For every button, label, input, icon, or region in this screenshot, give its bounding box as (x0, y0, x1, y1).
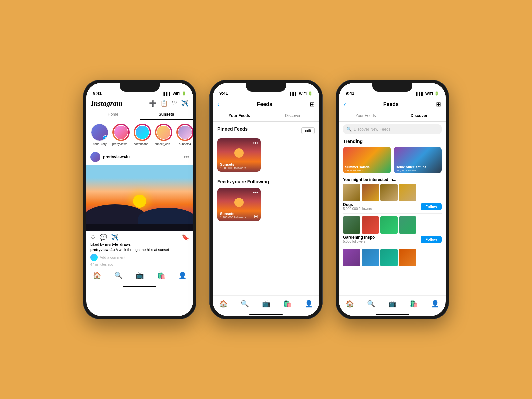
new-post-icon[interactable]: ➕ (149, 100, 156, 107)
office-label: Home office setups 500,000 followers (396, 165, 426, 172)
story-label-4: sunsets4 (179, 142, 191, 146)
nav-shop[interactable]: 🛍️ (157, 271, 165, 279)
phone3-battery: 🔋 (434, 91, 439, 96)
phone1-notch (120, 83, 160, 92)
story-item-3[interactable]: sunset_cen... (154, 124, 173, 146)
your-story-label: Your Story (93, 142, 107, 146)
nav-search[interactable]: 🔍 (114, 271, 123, 279)
comment-placeholder[interactable]: Add a comment... (100, 255, 128, 259)
phone2-status-icons: ▌▌▌ WiFi 🔋 (290, 91, 313, 96)
edit-button[interactable]: edit (301, 127, 315, 134)
salads-label: Summer salads 6,000 followers (345, 165, 370, 172)
story-item-4[interactable]: sunsets4 (176, 124, 193, 146)
posts-icon[interactable]: 📋 (160, 100, 168, 107)
story-ring-2 (134, 124, 151, 141)
trending-card-salads[interactable]: Summer salads 6,000 followers (343, 147, 391, 173)
your-story-item[interactable]: + Your Story (90, 124, 109, 146)
garden-img-3 (380, 216, 398, 234)
nav-reels[interactable]: 📺 (136, 271, 144, 279)
save-icon[interactable]: 🔖 (182, 234, 189, 241)
phone3-nav-home[interactable]: 🏠 (346, 300, 354, 308)
feeds-body: Pinned Feeds edit ••• Sunsets 1,200,000 … (213, 122, 319, 295)
story-item-2[interactable]: cottoncand... (133, 124, 152, 146)
pinned-feed-followers: 1,200,000 followers (220, 166, 246, 170)
wifi-icon: WiFi (173, 92, 180, 96)
pinned-feed-card[interactable]: ••• Sunsets 1,200,000 followers (217, 138, 261, 172)
discover-search-bar[interactable]: 🔍 Discover New Feeds (343, 124, 442, 134)
phone2-nav-profile[interactable]: 👤 (305, 300, 313, 308)
battery-icon: 🔋 (182, 91, 186, 96)
phone2-nav-shop[interactable]: 🛍️ (283, 300, 292, 308)
office-name: Home office setups (396, 165, 426, 169)
tab-your-feeds[interactable]: Your Feeds (213, 111, 266, 121)
share-icon[interactable]: ✈️ (111, 234, 118, 241)
phone2-signal: ▌▌▌ (290, 92, 297, 96)
post-liked-by: Liked by myrtyle_draws (86, 242, 193, 247)
extra-images (343, 249, 442, 266)
phone3-nav-search[interactable]: 🔍 (367, 300, 375, 308)
discover-body: Trending Summer salads 6,000 followers H… (339, 137, 446, 295)
phone2-battery: 🔋 (308, 91, 313, 96)
feeds-back-button[interactable]: ‹ (217, 100, 220, 108)
phone3-nav-shop[interactable]: 🛍️ (410, 300, 418, 308)
post-comment-add: Add a comment... (86, 253, 193, 262)
post-more-icon[interactable]: ••• (183, 154, 189, 160)
following-feed-card[interactable]: ••• Sunsets 1,200,000 followers ⊞ (217, 188, 261, 221)
phone3-signal: ▌▌▌ (416, 92, 424, 96)
following-card-more[interactable]: ••• (253, 190, 258, 195)
feeds-menu-icon[interactable]: ⊞ (310, 101, 315, 108)
tab-home[interactable]: Home (86, 109, 140, 120)
dog-img-3 (380, 184, 398, 201)
discover-back-button[interactable]: ‹ (344, 100, 346, 108)
post-header: prettyviews4u ••• (86, 149, 193, 165)
phone3-nav-reels[interactable]: 📺 (388, 300, 397, 308)
like-icon[interactable]: ♡ (90, 234, 96, 241)
notifications-icon[interactable]: ♡ (172, 100, 177, 107)
tab-your-feeds-3[interactable]: Your Feeds (339, 111, 392, 121)
story-item-1[interactable]: prettyviews... (112, 124, 130, 146)
feeds-tabs: Your Feeds Discover (213, 111, 319, 122)
dogs-row: Dogs 5,000,000 followers Follow (343, 202, 442, 211)
caption-username: prettyviews4u (90, 248, 115, 252)
tab-discover-3[interactable]: Discover (392, 111, 446, 121)
comment-icon[interactable]: 💬 (100, 234, 107, 241)
garden-info: Gardening Inspo 5,000 followers (343, 235, 375, 243)
messages-icon[interactable]: ✈️ (181, 100, 188, 107)
dog-img-4 (399, 184, 416, 201)
phone1-status-icons: ▌▌▌ WiFi 🔋 (163, 91, 186, 96)
extra-img-1 (343, 249, 360, 266)
feed-card-sun (234, 148, 244, 158)
phone2-nav-reels[interactable]: 📺 (262, 300, 270, 308)
dogs-followers: 5,000,000 followers (343, 207, 372, 211)
dogs-follow-button[interactable]: Follow (421, 203, 442, 210)
phone-1-instagram-home: 9:41 ▌▌▌ WiFi 🔋 Instagram ➕ 📋 ♡ ✈️ Home … (83, 80, 196, 319)
post-user-info: prettyviews4u (90, 152, 130, 162)
tab-sunsets[interactable]: Sunsets (140, 109, 193, 120)
search-icon: 🔍 (346, 127, 352, 132)
garden-img-2 (362, 216, 379, 234)
discover-menu-icon[interactable]: ⊞ (436, 101, 441, 108)
phone-2-feeds: 9:41 ▌▌▌ WiFi 🔋 ‹ Feeds ⊞ Your Feeds Dis… (209, 80, 323, 319)
phone3-wifi: WiFi (425, 92, 433, 96)
caption-text: A walk through the hills at sunset (116, 248, 169, 252)
nav-home[interactable]: 🏠 (93, 271, 101, 279)
feed-card-more[interactable]: ••• (253, 140, 258, 146)
phone3-bottom-nav: 🏠 🔍 📺 🛍️ 👤 (339, 295, 446, 313)
post-image (86, 165, 193, 231)
phone1-bottom-nav: 🏠 🔍 📺 🛍️ 👤 (86, 267, 193, 284)
phone2-nav-home[interactable]: 🏠 (219, 300, 228, 308)
extra-img-4 (399, 249, 416, 266)
liked-by-username: myrtyle_draws (105, 242, 131, 246)
phone2-nav-search[interactable]: 🔍 (241, 300, 249, 308)
story-label-3: sunset_cen... (155, 142, 173, 146)
post-username[interactable]: prettyviews4u (103, 155, 130, 159)
interest-divider-2 (343, 246, 442, 246)
discover-tabs: Your Feeds Discover (339, 111, 446, 122)
garden-follow-button[interactable]: Follow (421, 236, 442, 243)
nav-profile[interactable]: 👤 (178, 271, 187, 279)
dogs-info: Dogs 5,000,000 followers (343, 202, 372, 211)
phone3-nav-profile[interactable]: 👤 (431, 300, 439, 308)
trending-card-office[interactable]: Home office setups 500,000 followers (394, 147, 442, 173)
tab-discover[interactable]: Discover (266, 111, 319, 121)
extra-img-3 (380, 249, 398, 266)
